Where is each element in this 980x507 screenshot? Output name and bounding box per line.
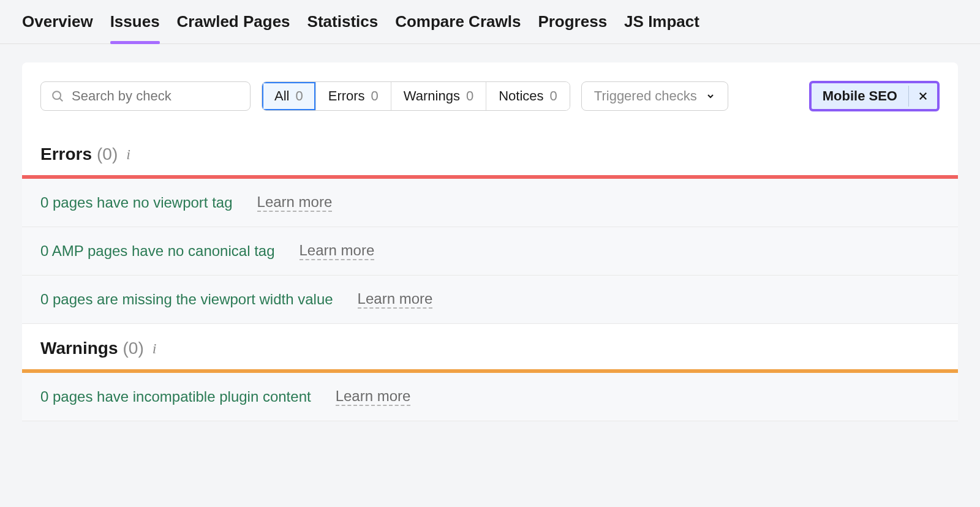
segment-warnings[interactable]: Warnings 0 (391, 82, 486, 110)
segment-label: All (274, 88, 289, 104)
learn-more-link[interactable]: Learn more (257, 193, 333, 212)
section-title: Warnings (40, 339, 118, 358)
issue-link[interactable]: 0 pages have no viewport tag (40, 194, 233, 211)
section-head-warnings: Warnings (0) i (22, 324, 958, 369)
segment-count: 0 (371, 88, 379, 104)
issue-row: 0 pages are missing the viewport width v… (22, 276, 958, 324)
segment-all[interactable]: All 0 (262, 82, 316, 110)
info-icon[interactable]: i (153, 340, 157, 357)
issue-row: 0 AMP pages have no canonical tag Learn … (22, 227, 958, 276)
tab-compare-crawls[interactable]: Compare Crawls (395, 12, 521, 43)
issues-panel: All 0 Errors 0 Warnings 0 Notices 0 Trig… (22, 62, 958, 421)
info-icon[interactable]: i (126, 146, 130, 163)
chevron-down-icon (706, 91, 715, 101)
segment-errors[interactable]: Errors 0 (316, 82, 391, 110)
tab-issues[interactable]: Issues (110, 12, 160, 43)
issue-row: 0 pages have incompatible plugin content… (22, 373, 958, 421)
toolbar: All 0 Errors 0 Warnings 0 Notices 0 Trig… (40, 62, 958, 130)
section-title: Errors (40, 145, 92, 164)
search-box[interactable] (40, 81, 251, 111)
segment-count: 0 (295, 88, 303, 104)
tab-progress[interactable]: Progress (538, 12, 607, 43)
learn-more-link[interactable]: Learn more (300, 242, 375, 260)
segment-count: 0 (466, 88, 473, 104)
search-icon (51, 89, 64, 103)
issue-link[interactable]: 0 pages are missing the viewport width v… (40, 291, 333, 308)
tab-overview[interactable]: Overview (22, 12, 93, 43)
tabs-nav: Overview Issues Crawled Pages Statistics… (0, 0, 980, 44)
filter-segments: All 0 Errors 0 Warnings 0 Notices 0 (262, 81, 570, 111)
segment-notices[interactable]: Notices 0 (486, 82, 570, 110)
segment-count: 0 (550, 88, 557, 104)
svg-point-0 (53, 91, 61, 99)
learn-more-link[interactable]: Learn more (358, 290, 433, 309)
learn-more-link[interactable]: Learn more (336, 388, 411, 406)
triggered-checks-dropdown[interactable]: Triggered checks (581, 81, 728, 111)
issue-link[interactable]: 0 AMP pages have no canonical tag (40, 242, 275, 260)
tab-statistics[interactable]: Statistics (307, 12, 379, 43)
tab-crawled-pages[interactable]: Crawled Pages (177, 12, 290, 43)
close-icon (918, 91, 929, 102)
section-head-errors: Errors (0) i (22, 130, 958, 175)
dropdown-label: Triggered checks (594, 88, 697, 104)
svg-line-1 (59, 98, 62, 101)
tab-js-impact[interactable]: JS Impact (624, 12, 699, 43)
filter-tag-close[interactable] (908, 86, 937, 107)
segment-label: Notices (499, 88, 543, 104)
issue-row: 0 pages have no viewport tag Learn more (22, 179, 958, 227)
segment-label: Warnings (404, 88, 460, 104)
filter-tag: Mobile SEO (809, 81, 940, 111)
filter-tag-label: Mobile SEO (812, 83, 908, 109)
issue-link[interactable]: 0 pages have incompatible plugin content (40, 388, 311, 405)
search-input[interactable] (72, 88, 240, 104)
section-count: (0) (123, 339, 144, 358)
segment-label: Errors (328, 88, 365, 104)
section-count: (0) (97, 145, 118, 164)
